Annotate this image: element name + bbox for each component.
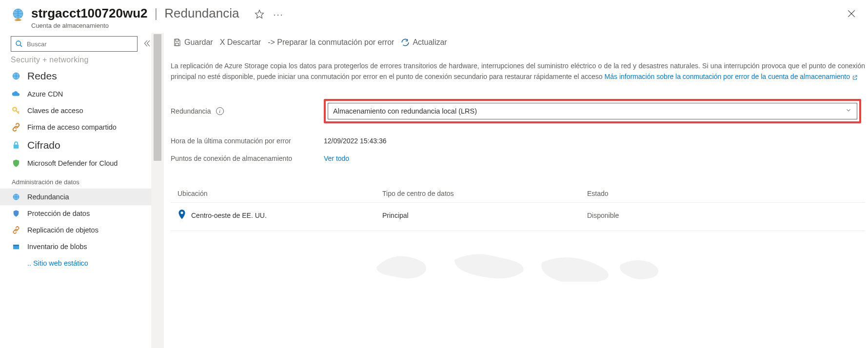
- description-text: La replicación de Azure Storage copia lo…: [171, 60, 865, 82]
- lock-icon: [12, 141, 20, 150]
- blade-header: strgacct100720wu2 | Redundancia ··· Cuen…: [0, 0, 868, 33]
- col-head-status: Estado: [587, 190, 858, 197]
- prepare-label: -> Preparar la conmutación por error: [268, 38, 394, 47]
- shield-icon: [12, 159, 20, 168]
- svg-rect-2: [18, 18, 19, 20]
- key-icon: [12, 106, 20, 115]
- sidebar-item-redundancy[interactable]: Redundancia: [0, 189, 151, 205]
- world-map: [171, 248, 865, 282]
- datacenter-table: Ubicación Tipo de centro de datos Estado…: [171, 186, 865, 231]
- refresh-button[interactable]: Actualizar: [399, 37, 449, 48]
- svg-marker-3: [256, 10, 264, 19]
- link-icon: [12, 226, 20, 234]
- view-all-endpoints-link[interactable]: Ver todo: [324, 155, 349, 162]
- endpoints-label: Puntos de conexión de almacenamiento: [171, 155, 324, 162]
- sidebar-item-label: Claves de acceso: [27, 107, 83, 115]
- sidebar-item-label: Firma de acceso compartido: [27, 123, 117, 131]
- row-location: Centro-oeste de EE. UU.: [191, 212, 267, 219]
- discard-button[interactable]: X Descartar: [218, 37, 263, 48]
- save-icon: [173, 38, 181, 47]
- sidebar-item-azure-cdn[interactable]: Azure CDN: [0, 86, 151, 102]
- sidebar-item-label: Protección de datos: [27, 210, 90, 217]
- svg-rect-7: [14, 145, 19, 149]
- sidebar-item-access-keys[interactable]: Claves de acceso: [0, 102, 151, 119]
- sidebar-section-data-mgmt: Administración de datos: [0, 172, 151, 189]
- resource-name: strgacct100720wu2: [31, 6, 147, 21]
- sidebar-item-label: Microsoft Defender for Cloud: [27, 159, 118, 167]
- col-head-location: Ubicación: [178, 190, 382, 197]
- sidebar-item-data-protection[interactable]: Protección de datos: [0, 205, 151, 222]
- last-failover-label: Hora de la última conmutación por error: [171, 137, 324, 145]
- save-button[interactable]: Guardar: [171, 37, 215, 48]
- box-icon: [12, 242, 20, 251]
- location-pin-icon: [178, 210, 186, 222]
- sidebar-item-label: Cifrado: [27, 139, 60, 151]
- svg-point-4: [16, 41, 20, 45]
- svg-rect-11: [176, 39, 178, 41]
- search-input[interactable]: [27, 40, 133, 48]
- scrollbar-thumb[interactable]: [154, 34, 161, 161]
- last-failover-value: 12/09/2022 15:43:36: [324, 137, 386, 145]
- sidebar-truncated-heading: Security + networking: [0, 56, 151, 64]
- collapse-sidebar-icon[interactable]: [142, 39, 151, 49]
- sidebar-item-blob-inventory[interactable]: Inventario de blobs: [0, 238, 151, 255]
- sidebar-item-object-replication[interactable]: Replicación de objetos: [0, 222, 151, 238]
- shield-blue-icon: [12, 209, 20, 218]
- favorite-star-icon[interactable]: [255, 9, 264, 20]
- row-status: Disponible: [587, 212, 858, 219]
- svg-rect-10: [13, 245, 19, 246]
- search-icon: [15, 40, 23, 48]
- redundancy-value: Almacenamiento con redundancia local (LR…: [333, 107, 477, 115]
- learn-more-link[interactable]: Más información sobre la conmutación por…: [605, 73, 850, 80]
- sidebar-item-static-website[interactable]: .. Sitio web estático: [0, 255, 151, 271]
- sidebar-item-defender[interactable]: Microsoft Defender for Cloud: [0, 155, 151, 172]
- more-menu-icon[interactable]: ···: [273, 10, 283, 20]
- redundancy-label: Redundancia i: [171, 107, 324, 115]
- sidebar-item-label: Azure CDN: [27, 90, 63, 98]
- close-blade-icon[interactable]: [847, 9, 856, 20]
- main-content: Guardar X Descartar -> Preparar la conmu…: [164, 33, 868, 348]
- sidebar-item-label: Replicación de objetos: [27, 226, 99, 234]
- redundancy-select-highlight: Almacenamiento con redundancia local (LR…: [324, 99, 861, 123]
- sidebar-item-sas[interactable]: Firma de acceso compartido: [0, 119, 151, 135]
- refresh-icon: [401, 38, 410, 47]
- refresh-label: Actualizar: [413, 38, 447, 47]
- sidebar-item-label: Redes: [27, 70, 57, 82]
- chevron-down-icon: [845, 107, 852, 115]
- table-row[interactable]: Centro-oeste de EE. UU. Principal Dispon…: [171, 203, 865, 231]
- sidebar-search[interactable]: [11, 36, 138, 52]
- resource-type-subtitle: Cuenta de almacenamiento: [31, 22, 284, 29]
- sidebar-item-redes[interactable]: Redes: [0, 66, 151, 86]
- col-head-type: Tipo de centro de datos: [382, 190, 587, 197]
- sidebar-item-label: Redundancia: [27, 193, 69, 201]
- globe-small-icon: [12, 193, 20, 201]
- page-title: Redundancia: [164, 6, 239, 21]
- title-separator: |: [154, 6, 158, 21]
- redundancy-select[interactable]: Almacenamiento con redundancia local (LR…: [328, 103, 857, 119]
- discard-label: X Descartar: [220, 38, 261, 47]
- external-link-icon: [852, 75, 858, 80]
- svg-rect-12: [176, 43, 178, 46]
- svg-point-13: [180, 212, 183, 214]
- resource-globe-icon: [10, 7, 26, 23]
- toolbar: Guardar X Descartar -> Preparar la conmu…: [164, 33, 868, 52]
- info-icon[interactable]: i: [216, 107, 224, 115]
- sidebar-scrollbar[interactable]: [151, 33, 164, 348]
- sidebar-item-label: Inventario de blobs: [27, 243, 87, 251]
- row-type: Principal: [382, 212, 587, 219]
- none-icon: [12, 259, 20, 268]
- save-label: Guardar: [184, 38, 213, 47]
- sidebar-item-label: .. Sitio web estático: [27, 259, 88, 267]
- prepare-failover-button[interactable]: -> Preparar la conmutación por error: [266, 37, 396, 48]
- cloud-icon: [12, 90, 20, 98]
- globe-icon: [12, 72, 20, 80]
- sidebar: Security + networking Redes Azure CDN Cl…: [0, 33, 164, 348]
- sidebar-item-encryption[interactable]: Cifrado: [0, 135, 151, 155]
- link-icon: [12, 123, 20, 132]
